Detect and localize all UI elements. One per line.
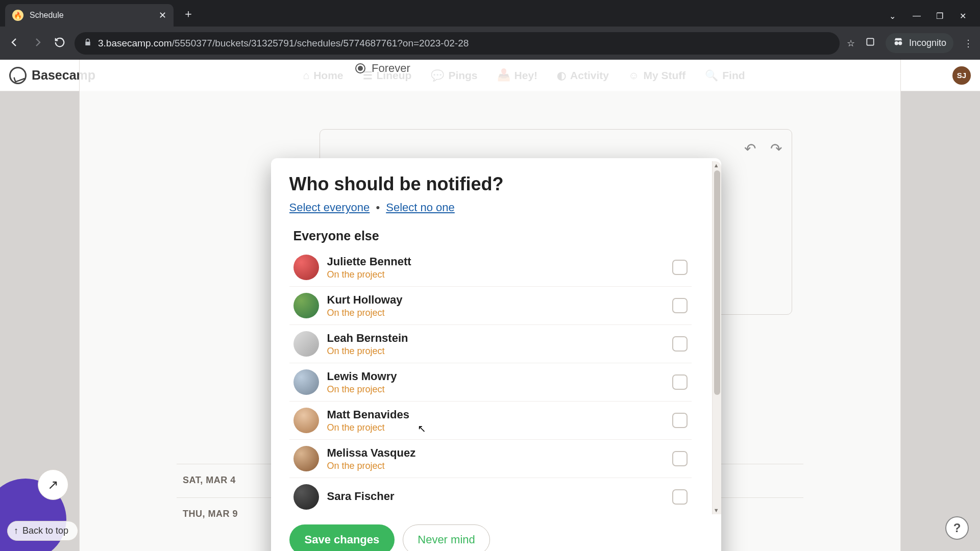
person-sub: On the project [327,422,664,433]
person-row[interactable]: Leah BernsteinOn the project [289,325,692,363]
address-bar[interactable]: 3.basecamp.com/5550377/buckets/31325791/… [75,32,840,55]
nav-forward-icon [30,36,45,51]
nav-reload-icon[interactable] [52,37,67,50]
recurrence-forever-label: Forever [372,62,410,75]
scroll-down-icon[interactable]: ▼ [714,507,719,513]
incognito-indicator[interactable]: Incognito [886,33,953,53]
person-avatar [293,408,319,433]
person-checkbox[interactable] [672,260,688,275]
person-avatar [293,446,319,471]
help-button[interactable]: ? [945,516,969,540]
toolbar-row: 3.basecamp.com/5550377/buckets/31325791/… [0,27,980,60]
person-checkbox[interactable] [672,489,688,505]
editor-history-controls: ↶ ↷ [744,140,782,157]
person-sub: On the project [327,308,664,318]
person-name: Matt Benavides [327,408,664,421]
window-close-icon[interactable]: ✕ [960,11,969,20]
person-avatar [293,369,319,395]
modal-title: Who should be notified? [289,173,692,195]
select-everyone-link[interactable]: Select everyone [289,201,370,214]
person-checkbox[interactable] [672,451,688,466]
tab-bar: 🔥 Schedule ✕ ＋ ⌄ ― ❐ ✕ [0,0,980,27]
schedule-date-label: THU, MAR 9 [183,509,238,519]
person-name: Kurt Holloway [327,293,664,307]
person-row[interactable]: Melissa VasquezOn the project [289,440,692,478]
person-sub: On the project [327,384,664,395]
bulk-select-links: Select everyone • Select no one [289,201,692,214]
person-name: Melissa Vasquez [327,446,664,460]
redo-icon[interactable]: ↷ [770,140,782,157]
person-sub: On the project [327,269,664,280]
toolbar-right: ☆ Incognito ⋮ [847,33,973,53]
person-row[interactable]: Matt BenavidesOn the project [289,402,692,440]
people-list: Juliette BennettOn the project Kurt Holl… [289,248,692,514]
user-avatar[interactable]: SJ [952,66,971,85]
modal-body: Who should be notified? Select everyone … [271,158,721,514]
person-name: Lewis Mowry [327,370,664,383]
incognito-icon [893,36,904,50]
undo-icon[interactable]: ↶ [744,140,756,157]
person-row[interactable]: Kurt HollowayOn the project [289,287,692,325]
scroll-thumb[interactable] [714,170,720,395]
tab-close-icon[interactable]: ✕ [159,10,166,21]
never-mind-button[interactable]: Never mind [403,524,489,551]
kebab-menu-icon[interactable]: ⋮ [964,38,973,49]
incognito-label: Incognito [909,38,946,48]
person-sub: On the project [327,461,664,471]
person-avatar [293,293,319,318]
promo-arrow-button[interactable]: ↗ [38,469,68,500]
new-tab-button[interactable]: ＋ [183,6,194,21]
nav-back-icon[interactable] [7,36,22,51]
person-sub: On the project [327,346,664,357]
person-avatar [293,255,319,280]
separator-dot: • [376,201,380,214]
notify-modal: Who should be notified? Select everyone … [271,158,721,551]
lock-icon [84,38,92,49]
person-checkbox[interactable] [672,374,688,390]
svg-point-1 [895,41,898,45]
svg-point-2 [898,41,902,45]
save-changes-button[interactable]: Save changes [289,524,395,551]
extensions-icon[interactable] [865,37,875,49]
select-no-one-link[interactable]: Select no one [386,201,455,214]
tab-title: Schedule [30,11,153,20]
modal-actions: Save changes Never mind [271,514,721,551]
back-to-top-label: Back to top [22,525,68,536]
person-avatar [293,484,319,510]
scroll-up-icon[interactable]: ▲ [714,162,719,168]
modal-scrollbar[interactable]: ▲ ▼ [712,161,721,514]
person-name: Juliette Bennett [327,255,664,268]
recurrence-forever-option[interactable]: Forever [355,62,410,75]
url-text: 3.basecamp.com/5550377/buckets/31325791/… [98,38,469,49]
window-controls: ⌄ ― ❐ ✕ [889,11,980,20]
person-name: Sara Fischer [327,490,664,503]
back-to-top-button[interactable]: ↑ Back to top [7,521,78,541]
window-minimize-icon[interactable]: ― [913,11,922,20]
person-name: Leah Bernstein [327,332,664,345]
person-avatar [293,331,319,357]
person-checkbox[interactable] [672,298,688,313]
people-section-heading: Everyone else [289,229,692,243]
svg-rect-0 [867,38,873,45]
browser-tab[interactable]: 🔥 Schedule ✕ [5,4,174,27]
person-checkbox[interactable] [672,413,688,428]
tab-favicon-icon: 🔥 [12,10,23,21]
tabs-dropdown-icon[interactable]: ⌄ [889,11,898,20]
app-viewport: Basecamp ⌂Home ☰Lineup 💬Pings 📥Hey! ◐Act… [0,60,980,551]
bookmark-icon[interactable]: ☆ [847,38,855,49]
person-checkbox[interactable] [672,336,688,352]
person-row[interactable]: Juliette BennettOn the project [289,248,692,287]
person-row[interactable]: Lewis MowryOn the project [289,363,692,402]
browser-chrome: 🔥 Schedule ✕ ＋ ⌄ ― ❐ ✕ 3.basecamp.com/55… [0,0,980,60]
window-maximize-icon[interactable]: ❐ [936,11,945,20]
brand-mark-icon [9,67,27,84]
arrow-up-icon: ↑ [14,525,18,536]
schedule-date-label: SAT, MAR 4 [183,475,236,486]
person-row[interactable]: Sara Fischer [289,478,692,514]
radio-selected-icon [355,63,365,73]
